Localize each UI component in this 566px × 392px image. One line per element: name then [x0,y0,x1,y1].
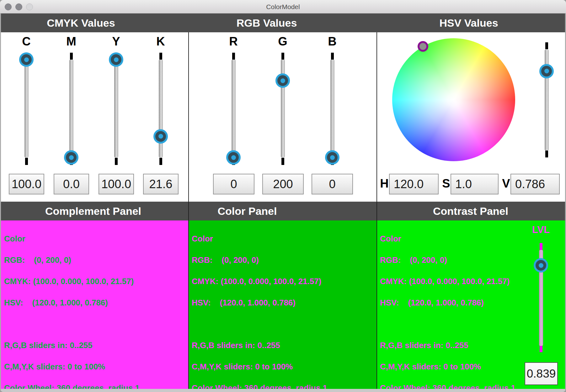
blue-slider-track[interactable] [330,60,334,157]
red-value-field[interactable]: 0 [213,174,254,194]
value-value-field[interactable]: 0.786 [510,174,560,194]
tick-mark [545,42,548,49]
yellow-value-field[interactable]: 100.0 [99,174,134,194]
info-line [4,319,140,329]
tick-mark [540,243,542,250]
hue-value-field[interactable]: 120.0 [389,174,439,194]
info-line: HSV: (120.0, 1.000, 0.786) [380,298,515,308]
tick-mark [281,158,284,165]
green-slider-thumb[interactable] [275,73,290,88]
info-line: RGB: (0, 200, 0) [380,255,515,265]
info-line: R,G,B sliders in: 0..255 [4,340,140,350]
cyan-slider-label: C [17,35,36,48]
tick-mark [115,158,118,165]
yellow-slider-thumb[interactable] [109,52,123,67]
cyan-slider-thumb[interactable] [19,52,34,67]
info-line: HSV: (120.0, 1.000, 0.786) [192,298,327,308]
red-slider-label: R [224,35,243,48]
title-bar[interactable]: ColorModel [0,0,566,13]
complement-color-info: Color RGB: (0, 200, 0) CMYK: (100.0, 0.0… [4,222,140,392]
info-line: C,M,Y,K sliders: 0 to 100% [4,362,140,372]
color-panel-info: Color RGB: (0, 200, 0) CMYK: (100.0, 0.0… [192,222,327,392]
color-header: Color Panel [218,202,277,220]
color-wheel[interactable] [392,38,515,161]
info-line: R,G,B sliders in: 0..255 [380,340,515,350]
complement-header: Complement Panel [45,202,141,220]
info-line: Color [4,234,140,244]
info-line: Color [192,234,327,244]
hsv-header: HSV Values [439,13,498,32]
hue-label: H [378,174,391,194]
black-slider-thumb[interactable] [153,129,168,144]
yellow-slider-label: Y [107,35,125,48]
magenta-slider-thumb[interactable] [64,150,78,165]
magenta-value-field[interactable]: 0.0 [54,174,89,194]
cyan-value-field[interactable]: 100.0 [9,174,44,194]
tick-mark [25,158,28,165]
color-panel: Color RGB: (0, 200, 0) CMYK: (100.0, 0.0… [189,220,377,389]
cyan-slider-track[interactable] [24,60,29,157]
window-border-left [0,13,1,392]
magenta-slider-track[interactable] [69,60,73,157]
panel-divider [376,32,377,389]
panel-divider [188,32,189,389]
tick-mark [159,158,162,165]
lvl-slider-label: LVL [531,224,550,236]
info-line [192,319,327,329]
color-wheel-marker[interactable] [418,41,428,52]
info-line: Color [380,234,515,244]
info-line: C,M,Y,K sliders: 0 to 100% [380,362,515,372]
top-header-band: CMYK Values RGB Values HSV Values [0,13,566,32]
green-slider-label: G [273,35,292,48]
black-slider-label: K [151,35,170,48]
contrast-header: Contrast Panel [433,202,508,220]
info-line: RGB: (0, 200, 0) [4,255,140,265]
cmyk-header: CMYK Values [47,13,115,32]
value-slider-thumb[interactable] [539,64,554,78]
saturation-value-field[interactable]: 1.0 [451,174,499,194]
info-line: CMYK: (100.0, 0.000, 100.0, 21.57) [4,276,140,286]
info-line [380,319,515,329]
blue-slider-thumb[interactable] [325,150,339,165]
window-title: ColorModel [0,0,566,13]
lvl-slider[interactable]: LVL [531,220,550,368]
contrast-panel-info: Color RGB: (0, 200, 0) CMYK: (100.0, 0.0… [380,222,515,392]
app-window: ColorModel CMYK Values RGB Values HSV Va… [0,0,566,392]
red-slider-track[interactable] [232,60,236,157]
magenta-slider-label: M [62,35,81,48]
complement-panel: Color RGB: (0, 200, 0) CMYK: (100.0, 0.0… [1,220,189,389]
tick-mark [70,53,73,60]
window-border-bottom [0,389,566,392]
bottom-header-band: Complement Panel Color Panel Contrast Pa… [0,202,566,220]
rgb-header: RGB Values [237,13,297,32]
tick-mark [232,53,235,60]
info-line: RGB: (0, 200, 0) [192,255,327,265]
lvl-slider-thumb[interactable] [534,258,548,273]
blue-slider-label: B [323,35,342,48]
tick-mark [540,346,542,352]
lvl-value-field[interactable]: 0.839 [525,362,558,385]
info-line: C,M,Y,K sliders: 0 to 100% [192,362,327,372]
yellow-slider-track[interactable] [114,60,118,157]
info-line: HSV: (120.0, 1.000, 0.786) [4,298,140,308]
blue-value-field[interactable]: 0 [312,174,353,194]
tick-mark [159,53,162,60]
info-line: CMYK: (100.0, 0.000, 100.0, 21.57) [380,276,515,286]
tick-mark [331,53,334,60]
info-line: CMYK: (100.0, 0.000, 100.0, 21.57) [192,276,327,286]
info-line: R,G,B sliders in: 0..255 [192,340,327,350]
green-value-field[interactable]: 200 [262,174,304,194]
black-value-field[interactable]: 21.6 [143,174,179,194]
tick-mark [545,151,548,157]
red-slider-thumb[interactable] [226,150,241,165]
tick-mark [281,53,284,60]
